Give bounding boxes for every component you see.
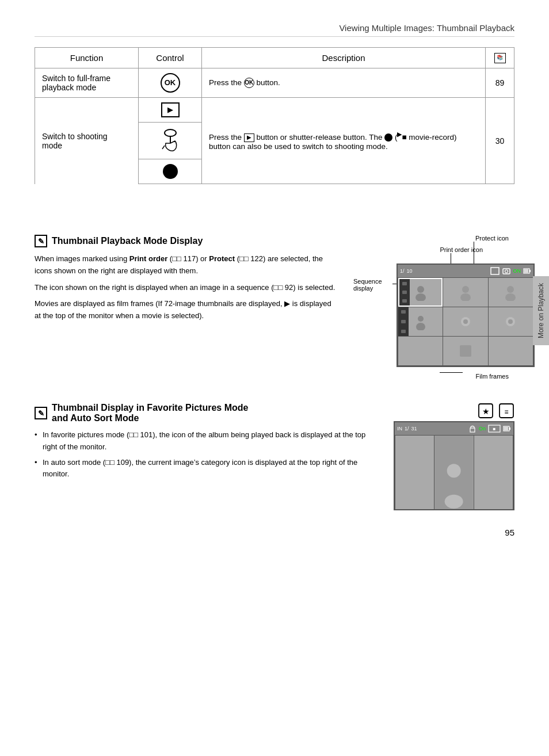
cam2-cell-3 xyxy=(474,436,513,510)
page-title: Viewing Multiple Images: Thumbnail Playb… xyxy=(339,23,514,33)
table-row: Switch to shootingmode ▶ Press the ▶ but… xyxy=(35,98,514,123)
film-strip xyxy=(399,279,410,306)
camera-screen-1: 1/ 10 xyxy=(379,264,506,361)
cam2-cell-2 xyxy=(434,436,473,510)
print-order-label: Print order icon xyxy=(440,246,483,253)
table-row: Switch to full-frame playback mode OK Pr… xyxy=(35,68,514,98)
sort-icon: ≡ xyxy=(498,403,514,419)
svg-rect-4 xyxy=(503,269,510,274)
svg-rect-21 xyxy=(415,345,426,357)
cam2-thumb-3 xyxy=(474,436,513,510)
protect-icon-label: Protect icon xyxy=(475,235,509,242)
lock-screen-icon xyxy=(468,425,476,433)
film-frames-connector xyxy=(440,372,463,373)
cam2-top-bar: IN 1/ 31 On ■ xyxy=(395,422,513,435)
note2-bullet-2: In auto sort mode (□□ 109), the current … xyxy=(35,457,378,481)
svg-point-13 xyxy=(507,286,514,293)
note1-para-3: Movies are displayed as film frames (If … xyxy=(35,298,337,322)
cam2-grid xyxy=(395,435,513,509)
ok-button-icon: OK xyxy=(161,73,180,93)
screen-grid xyxy=(398,277,533,366)
thumb-flower xyxy=(457,313,474,330)
thumb-9 xyxy=(502,342,519,360)
battery-screen-icon xyxy=(523,268,531,274)
cell-control-2c xyxy=(139,159,202,184)
svg-rect-8 xyxy=(524,269,528,273)
svg-rect-34 xyxy=(395,436,434,510)
cam2-battery xyxy=(503,426,511,432)
favorite-icon: ★ xyxy=(478,403,494,419)
screen-total: 10 xyxy=(407,268,413,274)
camera-screen-icon xyxy=(502,267,511,275)
svg-point-14 xyxy=(505,293,516,301)
screen-cell-5 xyxy=(443,307,487,336)
cell-control-1: OK xyxy=(139,68,202,98)
cam2-icons-row: ★ ≡ xyxy=(394,403,514,419)
screen-cell-1 xyxy=(398,278,443,307)
cam2-screen: IN 1/ 31 On ■ xyxy=(394,421,514,510)
cam2-thumb-2 xyxy=(434,436,473,510)
page-number: 95 xyxy=(35,522,514,537)
thumb-person-1 xyxy=(412,284,429,301)
svg-rect-38 xyxy=(474,436,513,510)
svg-point-37 xyxy=(445,495,463,509)
film-hole xyxy=(402,282,407,285)
screen-cell-2 xyxy=(443,278,487,307)
play-button-icon: ▶ xyxy=(161,102,180,117)
film-hole xyxy=(401,310,406,314)
svg-point-20 xyxy=(508,319,513,324)
col-header-function: Function xyxy=(35,48,139,68)
screen-top-bar: 1/ 10 xyxy=(398,265,533,277)
svg-point-16 xyxy=(416,323,425,330)
svg-rect-28 xyxy=(470,428,475,432)
inline-play-icon: ▶ xyxy=(244,133,254,142)
cell-ref-1: 89 xyxy=(486,68,514,98)
cam2-total: 31 xyxy=(411,426,417,432)
col-header-ref: 📚 xyxy=(486,48,514,68)
cell-control-2a: ▶ xyxy=(139,98,202,123)
svg-rect-7 xyxy=(529,270,531,272)
protect-connector xyxy=(474,242,474,265)
shutter-icon xyxy=(159,127,182,152)
screen-cell-4 xyxy=(398,307,443,336)
col-header-control: Control xyxy=(139,48,202,68)
svg-point-18 xyxy=(463,319,468,324)
svg-rect-32 xyxy=(509,427,510,430)
cell-control-2b xyxy=(139,123,202,159)
side-tab-label: More on Playback xyxy=(537,283,545,338)
note2-list: In favorite pictures mode (□□ 101), the … xyxy=(35,429,378,480)
film-frames-label: Film frames xyxy=(476,373,509,380)
note2-title: ✎ Thumbnail Display in Favorite Pictures… xyxy=(35,403,378,423)
page-header: Viewing Multiple Images: Thumbnail Playb… xyxy=(35,23,514,37)
svg-point-12 xyxy=(460,293,471,301)
film-hole xyxy=(402,299,407,303)
screen-counter: 1/ xyxy=(400,268,405,274)
svg-line-2 xyxy=(162,146,165,149)
cam2-counter: 1/ xyxy=(405,426,409,432)
svg-point-5 xyxy=(505,270,508,273)
thumb-person-4 xyxy=(412,313,429,330)
note2-section: ✎ Thumbnail Display in Favorite Pictures… xyxy=(35,403,514,510)
svg-rect-22 xyxy=(460,345,471,357)
cell-desc-2: Press the ▶ button or shutter-release bu… xyxy=(202,98,486,184)
cell-function-1: Switch to full-frame playback mode xyxy=(35,68,139,98)
sequence-display-label: Sequencedisplay xyxy=(353,278,382,292)
screen-cell-9 xyxy=(489,337,533,365)
note2-text: ✎ Thumbnail Display in Favorite Pictures… xyxy=(35,403,378,484)
film-hole xyxy=(401,330,406,333)
film-hole xyxy=(401,320,406,323)
film-hole xyxy=(402,291,407,294)
camera-display-1: Protect icon Print order icon Sequencedi… xyxy=(353,235,514,384)
side-tab: More on Playback xyxy=(533,276,549,345)
note1-title: ✎ Thumbnail Playback Mode Display xyxy=(35,235,337,247)
note1-text: ✎ Thumbnail Playback Mode Display When i… xyxy=(35,235,337,327)
camera-screen-display: 1/ 10 xyxy=(396,264,535,367)
cam2-category-icon: ■ xyxy=(488,425,501,433)
svg-point-36 xyxy=(447,464,461,478)
note2-bullet-1: In favorite pictures mode (□□ 101), the … xyxy=(35,429,378,453)
svg-point-0 xyxy=(165,129,176,136)
col-header-description: Description xyxy=(202,48,486,68)
inline-ok-icon: OK xyxy=(244,78,254,88)
svg-point-11 xyxy=(462,286,469,293)
note1-para-1: When images marked using Print order (□□… xyxy=(35,253,337,277)
